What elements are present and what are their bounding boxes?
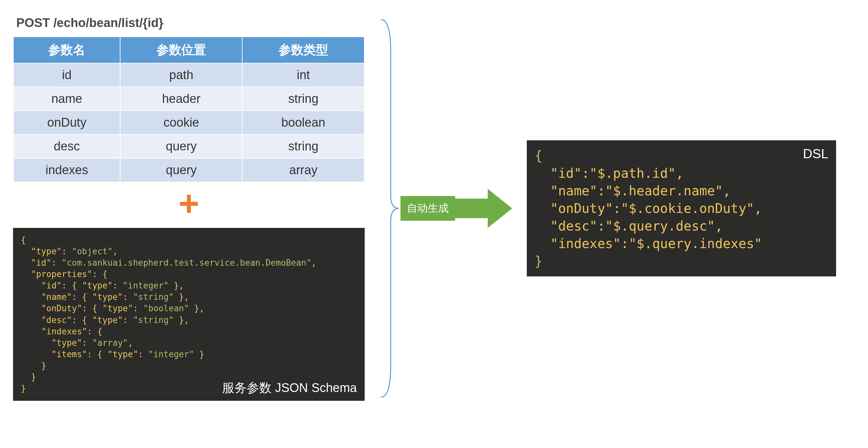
schema-label: 服务参数 JSON Schema bbox=[222, 380, 357, 396]
endpoint-title: POST /echo/bean/list/{id} bbox=[16, 16, 365, 30]
th-location: 参数位置 bbox=[120, 37, 242, 63]
arrow-icon bbox=[455, 187, 514, 229]
table-row: indexesqueryarray bbox=[13, 158, 364, 182]
schema-code: { "type": "object", "id": "com.sankuai.s… bbox=[21, 234, 357, 394]
dsl-block: { "id":"$.path.id", "name":"$.header.nam… bbox=[527, 140, 836, 277]
table-row: descquerystring bbox=[13, 134, 364, 158]
params-tbody: idpathint nameheaderstring onDutycookieb… bbox=[13, 63, 364, 182]
th-name: 参数名 bbox=[13, 37, 120, 63]
plus-icon: + bbox=[13, 186, 365, 221]
arrow-area: 自动生成 bbox=[400, 187, 514, 229]
dsl-label: DSL bbox=[803, 145, 828, 162]
json-schema-block: { "type": "object", "id": "com.sankuai.s… bbox=[13, 228, 365, 401]
table-row: nameheaderstring bbox=[13, 87, 364, 111]
svg-marker-0 bbox=[455, 189, 512, 228]
dsl-code: { "id":"$.path.id", "name":"$.header.nam… bbox=[535, 147, 828, 270]
th-type: 参数类型 bbox=[242, 37, 364, 63]
left-column: POST /echo/bean/list/{id} 参数名 参数位置 参数类型 … bbox=[13, 16, 365, 401]
right-column: { "id":"$.path.id", "name":"$.header.nam… bbox=[527, 140, 836, 277]
table-row: onDutycookieboolean bbox=[13, 111, 364, 134]
bracket-icon bbox=[378, 13, 400, 404]
diagram-container: POST /echo/bean/list/{id} 参数名 参数位置 参数类型 … bbox=[13, 13, 855, 404]
bracket-and-arrow: 自动生成 bbox=[378, 13, 514, 404]
table-row: idpathint bbox=[13, 63, 364, 87]
params-table: 参数名 参数位置 参数类型 idpathint nameheaderstring… bbox=[13, 36, 365, 182]
arrow-label: 自动生成 bbox=[400, 196, 455, 221]
